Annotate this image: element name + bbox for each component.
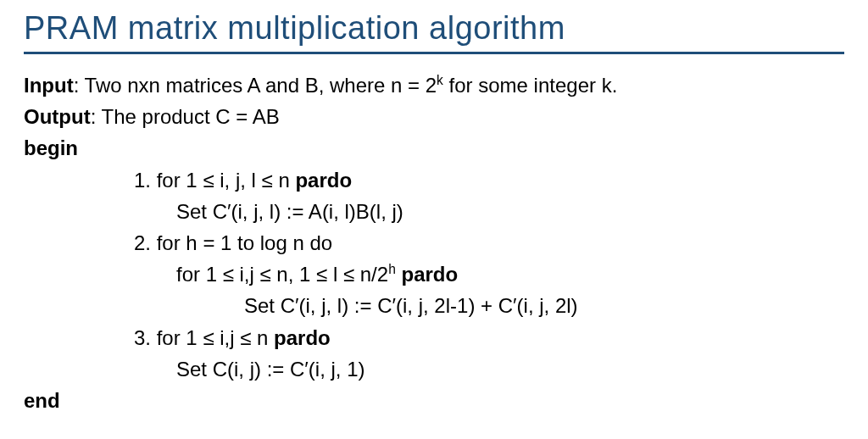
step-1-head: 1. for 1 ≤ i, j, l ≤ n pardo: [24, 164, 844, 196]
step-1-kw: pardo: [295, 169, 352, 192]
step-1-pre: 1. for 1 ≤ i, j, l ≤ n: [134, 169, 295, 192]
input-pre: : Two nxn matrices A and B, where n = 2: [74, 74, 437, 97]
step-1-body: Set C′(i, j, l) := A(i, l)B(l, j): [24, 196, 844, 227]
input-post: for some integer k.: [443, 74, 617, 97]
input-label: Input: [24, 74, 74, 97]
title-underline: [24, 52, 844, 54]
output-text: : The product C = AB: [91, 105, 280, 128]
step-2-inner-pre: for 1 ≤ i,j ≤ n, 1 ≤ l ≤ n/2: [176, 263, 388, 286]
step-2-body: Set C′(i, j, l) := C′(i, j, 2l-1) + C′(i…: [24, 290, 844, 321]
output-line: Output: The product C = AB: [24, 101, 844, 132]
step-3-pre: 3. for 1 ≤ i,j ≤ n: [134, 326, 274, 349]
step-3-head: 3. for 1 ≤ i,j ≤ n pardo: [24, 322, 844, 353]
begin-keyword: begin: [24, 132, 844, 164]
step-3-kw: pardo: [274, 326, 331, 349]
step-2-inner-kw: pardo: [396, 263, 458, 286]
end-keyword: end: [24, 385, 844, 416]
algorithm-content: Input: Two nxn matrices A and B, where n…: [24, 69, 844, 416]
input-sup: k: [437, 73, 443, 87]
begin-text: begin: [24, 136, 78, 159]
step-3-body: Set C(i, j) := C′(i, j, 1): [24, 353, 844, 385]
step-2-inner-sup: h: [388, 262, 396, 276]
output-label: Output: [24, 105, 91, 128]
step-2-head: 2. for h = 1 to log n do: [24, 227, 844, 258]
input-line: Input: Two nxn matrices A and B, where n…: [24, 69, 844, 101]
end-text: end: [24, 389, 60, 412]
slide-title: PRAM matrix multiplication algorithm: [24, 10, 844, 47]
step-2-inner: for 1 ≤ i,j ≤ n, 1 ≤ l ≤ n/2h pardo: [24, 258, 844, 290]
